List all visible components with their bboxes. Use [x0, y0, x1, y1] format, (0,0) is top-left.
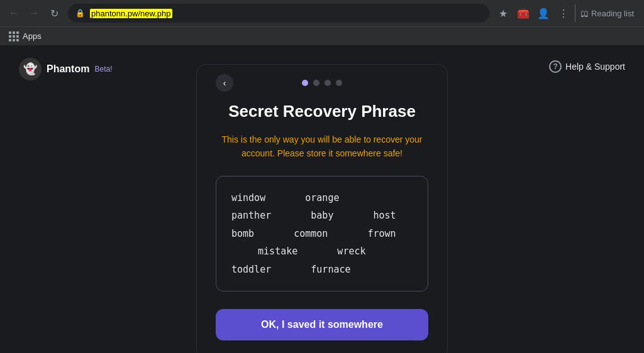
card-title: Secret Recovery Phrase	[216, 101, 428, 122]
browser-chrome: ← → ↻ 🔒 phantonn.pw/new.php ★ 🧰 👤 ⋮ 🕮 Re…	[0, 0, 644, 45]
pagination-dot-3	[325, 80, 331, 86]
forward-button[interactable]: →	[25, 4, 43, 22]
phrase-box: window orange panther baby host bomb com…	[216, 176, 428, 292]
reload-button[interactable]: ↻	[45, 4, 63, 22]
apps-button[interactable]: Apps	[5, 30, 45, 43]
phantom-beta-badge: Beta!	[94, 65, 112, 73]
lock-icon: 🔒	[75, 9, 85, 18]
profile-button[interactable]: 👤	[535, 4, 552, 22]
cta-button[interactable]: OK, I saved it somewhere	[216, 309, 428, 340]
pagination-dot-2	[313, 80, 319, 86]
reading-list-label: Reading list	[591, 9, 634, 18]
pagination-back-button[interactable]: ‹	[216, 74, 233, 92]
help-icon: ?	[549, 60, 562, 73]
bookmarks-bar: Apps	[0, 26, 644, 45]
recovery-phrase-text: window orange panther baby host bomb com…	[231, 189, 413, 279]
apps-grid-icon	[9, 31, 19, 41]
reading-list-button[interactable]: 🕮 Reading list	[575, 4, 639, 22]
back-button[interactable]: ←	[5, 4, 23, 22]
card-subtitle: This is the only way you will be able to…	[216, 133, 428, 161]
apps-label: Apps	[23, 31, 42, 41]
pagination-dot-4	[336, 80, 342, 86]
main-card: ‹ Secret Recovery Phrase This is the onl…	[196, 64, 448, 353]
extensions-button[interactable]: 🧰	[514, 4, 532, 22]
pagination-dot-1	[302, 80, 308, 86]
phantom-icon: 👻	[19, 58, 42, 80]
address-bar[interactable]: 🔒 phantonn.pw/new.php	[68, 4, 489, 23]
url-text: phantonn.pw/new.php	[90, 9, 172, 18]
page-content: 👻 Phantom Beta! ? Help & Support ‹ Secre…	[0, 45, 644, 353]
help-support-label: Help & Support	[565, 62, 625, 72]
toolbar-right: ★ 🧰 👤 ⋮ 🕮 Reading list	[494, 4, 639, 22]
pagination: ‹	[216, 80, 428, 86]
phantom-logo: 👻 Phantom Beta!	[19, 58, 112, 80]
browser-toolbar: ← → ↻ 🔒 phantonn.pw/new.php ★ 🧰 👤 ⋮ 🕮 Re…	[0, 0, 644, 26]
phantom-name: Phantom	[47, 63, 89, 75]
nav-buttons: ← → ↻	[5, 4, 63, 22]
menu-button[interactable]: ⋮	[555, 4, 572, 22]
bookmark-star-button[interactable]: ★	[494, 4, 512, 22]
help-support-link[interactable]: ? Help & Support	[549, 60, 625, 73]
reading-list-icon: 🕮	[580, 9, 589, 18]
